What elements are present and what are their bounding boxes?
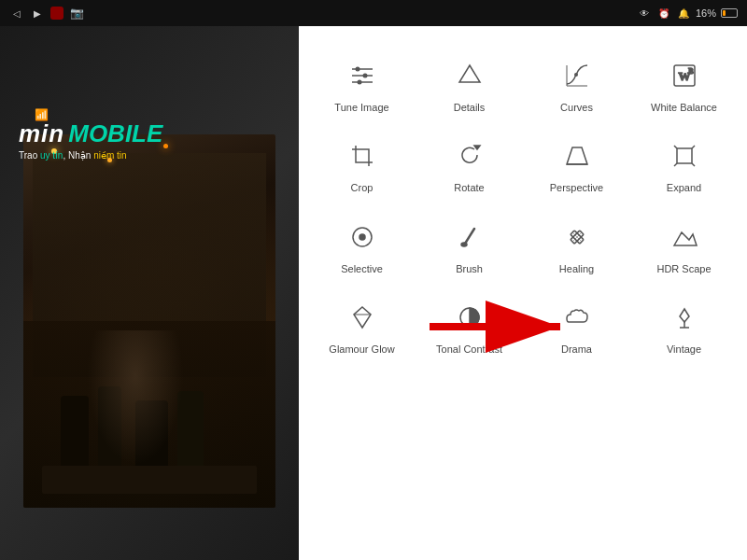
hdr-scape-label: HDR Scape xyxy=(656,262,711,275)
drama-label: Drama xyxy=(561,343,592,356)
svg-text:B: B xyxy=(688,67,694,76)
status-right: 👁 ⏰ 🔔 16% xyxy=(637,6,738,21)
rotate-icon xyxy=(452,138,487,174)
tagline-nhan: Nhận xyxy=(68,150,93,161)
white-balance-icon: W B xyxy=(667,58,702,93)
tune-image-icon xyxy=(345,58,380,93)
tool-expand[interactable]: Expand xyxy=(630,125,738,205)
crop-label: Crop xyxy=(351,181,374,194)
glamour-glow-label: Glamour Glow xyxy=(329,343,394,356)
battery-fill xyxy=(723,10,726,16)
svg-marker-14 xyxy=(567,147,587,164)
svg-line-20 xyxy=(692,163,695,166)
hdr-scape-icon xyxy=(667,219,702,255)
svg-point-4 xyxy=(362,74,367,78)
svg-point-9 xyxy=(574,73,578,77)
curves-label: Curves xyxy=(560,101,593,114)
back-icon: ◁ xyxy=(9,6,24,21)
drama-icon xyxy=(559,300,595,335)
photo-image xyxy=(23,134,275,508)
tagline-niem-tin: niềm tin xyxy=(93,150,126,161)
tool-brush[interactable]: Brush xyxy=(416,206,523,287)
svg-line-19 xyxy=(674,163,677,166)
tonal-contrast-label: Tonal Contrast xyxy=(436,343,502,356)
logo-min: min xyxy=(19,119,64,147)
main-layout: min 📶 MOBILE Trao uy tín, Nhận niềm tin xyxy=(0,26,747,560)
alarm-icon: ⏰ xyxy=(656,6,671,21)
tool-glamour-glow[interactable]: Glamour Glow xyxy=(308,287,416,367)
tool-drama[interactable]: Drama xyxy=(523,287,630,367)
svg-point-3 xyxy=(355,67,359,72)
svg-point-5 xyxy=(357,80,361,85)
svg-point-22 xyxy=(359,234,365,240)
photo-background xyxy=(0,26,299,560)
tool-white-balance[interactable]: W B White Balance xyxy=(630,45,738,125)
photo-panel: min 📶 MOBILE Trao uy tín, Nhận niềm tin xyxy=(0,26,299,560)
tool-details[interactable]: Details xyxy=(416,45,523,125)
status-left: ◁ ▶ 📷 xyxy=(9,6,84,21)
details-label: Details xyxy=(454,101,486,114)
instagram-icon: 📷 xyxy=(69,6,84,21)
eye-icon: 👁 xyxy=(637,6,652,21)
tool-vintage[interactable]: Vintage xyxy=(630,287,738,367)
svg-marker-6 xyxy=(459,65,480,82)
svg-marker-34 xyxy=(680,309,689,322)
tool-rotate[interactable]: Rotate xyxy=(416,125,523,205)
app-icon xyxy=(50,7,63,20)
logo-mobile: MOBILE xyxy=(68,119,162,147)
logo-tagline: Trao uy tín, Nhận niềm tin xyxy=(19,150,162,161)
wifi-logo-icon: 📶 xyxy=(35,108,49,121)
glamour-glow-icon xyxy=(345,300,380,335)
curves-icon xyxy=(559,58,595,93)
logo-text: min 📶 MOBILE xyxy=(19,119,162,148)
tagline-uy-tin: uy tín xyxy=(40,150,63,161)
tune-image-label: Tune Image xyxy=(334,101,388,114)
crop-icon xyxy=(345,138,380,174)
healing-icon xyxy=(559,219,595,255)
tool-curves[interactable]: Curves xyxy=(523,45,630,125)
details-icon xyxy=(452,58,487,93)
svg-line-18 xyxy=(692,146,695,148)
brush-icon xyxy=(452,219,487,255)
svg-marker-13 xyxy=(474,146,480,149)
battery-bar xyxy=(721,8,738,18)
tools-grid: Tune Image Details xyxy=(308,45,738,367)
perspective-icon xyxy=(559,138,595,174)
svg-rect-16 xyxy=(677,148,692,163)
logo-overlay: min 📶 MOBILE Trao uy tín, Nhận niềm tin xyxy=(19,119,162,161)
selective-label: Selective xyxy=(341,262,383,275)
selective-icon xyxy=(345,219,380,255)
status-bar: ◁ ▶ 📷 👁 ⏰ 🔔 16% xyxy=(0,0,747,26)
white-balance-label: White Balance xyxy=(651,101,717,114)
svg-marker-29 xyxy=(674,232,697,245)
battery-percent: 16% xyxy=(696,7,716,19)
logo-spacer: MOBILE xyxy=(68,119,162,148)
tool-selective[interactable]: Selective xyxy=(308,206,416,287)
healing-label: Healing xyxy=(559,262,594,275)
expand-icon xyxy=(667,138,702,174)
rotate-label: Rotate xyxy=(454,181,484,194)
brush-label: Brush xyxy=(456,262,483,275)
vintage-label: Vintage xyxy=(667,343,701,356)
tool-healing[interactable]: Healing xyxy=(523,206,630,287)
tagline-trao: Trao xyxy=(19,150,40,161)
tool-tonal-contrast[interactable]: Tonal Contrast xyxy=(416,287,523,367)
svg-line-17 xyxy=(674,146,677,148)
vintage-icon xyxy=(667,300,702,335)
tool-perspective[interactable]: Perspective xyxy=(523,125,630,205)
tool-tune-image[interactable]: Tune Image xyxy=(308,45,416,125)
video-icon: ▶ xyxy=(30,6,45,21)
perspective-label: Perspective xyxy=(550,181,603,194)
tools-panel: Tune Image Details xyxy=(299,26,747,560)
bell-icon: 🔔 xyxy=(676,6,691,21)
tool-crop[interactable]: Crop xyxy=(308,125,416,205)
tonal-contrast-icon xyxy=(452,300,487,335)
expand-label: Expand xyxy=(667,181,701,194)
svg-line-23 xyxy=(465,229,474,244)
tool-hdr-scape[interactable]: HDR Scape xyxy=(630,206,738,287)
svg-marker-30 xyxy=(354,307,371,328)
svg-point-24 xyxy=(461,243,467,246)
